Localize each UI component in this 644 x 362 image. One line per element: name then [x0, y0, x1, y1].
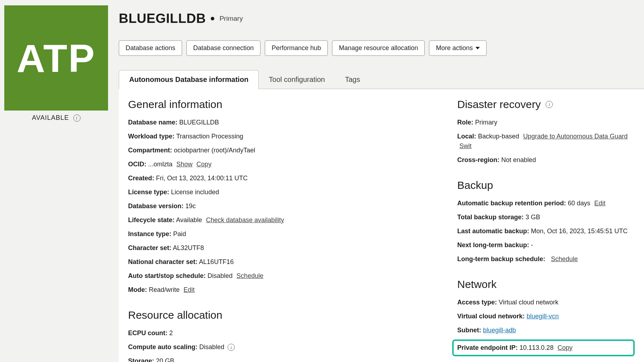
- dr-role-value: Primary: [475, 119, 497, 126]
- ocid-copy-link[interactable]: Copy: [196, 161, 211, 168]
- lifecycle-value: Available: [176, 216, 202, 224]
- database-actions-button[interactable]: Database actions: [119, 40, 182, 56]
- database-connection-button[interactable]: Database connection: [186, 40, 260, 56]
- ocid-label: OCID:: [128, 161, 146, 168]
- info-icon[interactable]: i: [73, 114, 80, 122]
- autostart-label: Auto start/stop schedule:: [128, 272, 206, 279]
- db-name-value: BLUEGILLDB: [179, 119, 219, 126]
- network-heading: Network: [457, 278, 635, 290]
- tab-tool-config[interactable]: Tool configuration: [259, 70, 335, 89]
- autostart-value: Disabled: [208, 272, 233, 279]
- last-backup-label: Last automatic backup:: [457, 228, 529, 235]
- more-actions-button[interactable]: More actions: [429, 40, 487, 56]
- workload-label: Workload type:: [128, 133, 175, 140]
- lifecycle-status: AVAILABLE: [32, 114, 69, 122]
- page-title: BLUEGILLDB: [119, 11, 206, 26]
- dr-cross-label: Cross-region:: [457, 156, 499, 163]
- tab-bar: Autonomous Database information Tool con…: [119, 70, 644, 89]
- db-name-label: Database name:: [128, 119, 177, 126]
- peip-label: Private endpoint IP:: [457, 344, 518, 351]
- dr-local-label: Local:: [457, 133, 476, 140]
- compute-scale-value: Disabled: [199, 343, 224, 351]
- resource-allocation-heading: Resource allocation: [128, 309, 436, 321]
- version-label: Database version:: [128, 202, 184, 210]
- compartment-label: Compartment:: [128, 147, 172, 154]
- next-backup-value: -: [531, 241, 533, 249]
- total-backup-label: Total backup storage:: [457, 214, 524, 221]
- charset-value: AL32UTF8: [173, 244, 204, 251]
- instance-label: Instance type:: [128, 230, 171, 238]
- ocid-value: ...omlzta: [148, 161, 172, 168]
- info-icon[interactable]: i: [228, 344, 235, 351]
- info-icon[interactable]: i: [546, 101, 553, 108]
- lifecycle-label: Lifecycle state:: [128, 216, 175, 224]
- ecpu-label: ECPU count:: [128, 329, 167, 337]
- dr-role-label: Role:: [457, 119, 473, 126]
- tab-adb-info[interactable]: Autonomous Database information: [119, 70, 259, 89]
- mode-edit-link[interactable]: Edit: [184, 286, 195, 293]
- subnet-link[interactable]: bluegill-adb: [483, 327, 516, 334]
- lt-schedule-label: Long-term backup schedule:: [457, 255, 545, 263]
- storage-label: Storage:: [128, 357, 154, 362]
- workload-value: Transaction Processing: [176, 133, 243, 140]
- dr-local-value: Backup-based: [478, 133, 519, 140]
- retention-label: Automatic backup retention period:: [457, 200, 566, 207]
- created-value: Fri, Oct 13, 2023, 14:00:11 UTC: [156, 175, 248, 182]
- general-information-heading: General information: [128, 98, 436, 111]
- storage-value: 20 GB: [156, 357, 174, 362]
- compartment-value: ociobpartner (root)/AndyTael: [174, 147, 255, 154]
- access-type-label: Access type:: [457, 299, 497, 306]
- chevron-down-icon: [475, 47, 480, 49]
- tab-tags[interactable]: Tags: [335, 70, 370, 89]
- retention-edit-link[interactable]: Edit: [594, 200, 605, 207]
- autostart-schedule-link[interactable]: Schedule: [236, 272, 263, 279]
- peip-value: 10.113.0.28: [519, 344, 553, 351]
- license-value: License included: [171, 189, 219, 196]
- role-label: Primary: [219, 15, 243, 23]
- check-availability-link[interactable]: Check database availability: [206, 216, 284, 224]
- peip-copy-link[interactable]: Copy: [557, 344, 572, 351]
- mode-value: Read/write: [149, 286, 180, 293]
- private-endpoint-ip-row: Private endpoint IP: 10.113.0.28 Copy: [452, 339, 635, 356]
- ncharset-value: AL16UTF16: [199, 258, 234, 265]
- ncharset-label: National character set:: [128, 258, 197, 265]
- retention-value: 60 days: [568, 200, 590, 207]
- service-badge: ATP: [4, 5, 108, 111]
- version-value: 19c: [185, 202, 196, 210]
- dr-cross-value: Not enabled: [501, 156, 536, 163]
- lt-schedule-link[interactable]: Schedule: [551, 255, 578, 263]
- ecpu-value: 2: [169, 329, 173, 337]
- service-badge-text: ATP: [17, 35, 96, 81]
- last-backup-value: Mon, Oct 16, 2023, 15:45:51 UTC: [531, 228, 628, 235]
- vcn-label: Virtual cloud network:: [457, 313, 525, 320]
- backup-heading: Backup: [457, 179, 635, 191]
- total-backup-value: 3 GB: [526, 214, 540, 221]
- mode-label: Mode:: [128, 286, 147, 293]
- access-type-value: Virtual cloud network: [499, 299, 558, 306]
- license-label: License type:: [128, 189, 169, 196]
- switchover-link[interactable]: Swit: [459, 142, 472, 150]
- disaster-recovery-heading: Disaster recoveryi: [457, 98, 635, 111]
- ocid-show-link[interactable]: Show: [176, 161, 192, 168]
- upgrade-dataguard-link[interactable]: Upgrade to Autonomous Data Guard: [523, 133, 628, 140]
- performance-hub-button[interactable]: Performance hub: [265, 40, 328, 56]
- manage-resource-allocation-button[interactable]: Manage resource allocation: [332, 40, 425, 56]
- status-dot-icon: [211, 17, 214, 20]
- next-backup-label: Next long-term backup:: [457, 241, 529, 249]
- vcn-link[interactable]: bluegill-vcn: [527, 313, 559, 320]
- subnet-label: Subnet:: [457, 327, 481, 334]
- instance-value: Paid: [173, 230, 186, 238]
- charset-label: Character set:: [128, 244, 171, 251]
- compute-scale-label: Compute auto scaling:: [128, 343, 197, 351]
- created-label: Created:: [128, 175, 154, 182]
